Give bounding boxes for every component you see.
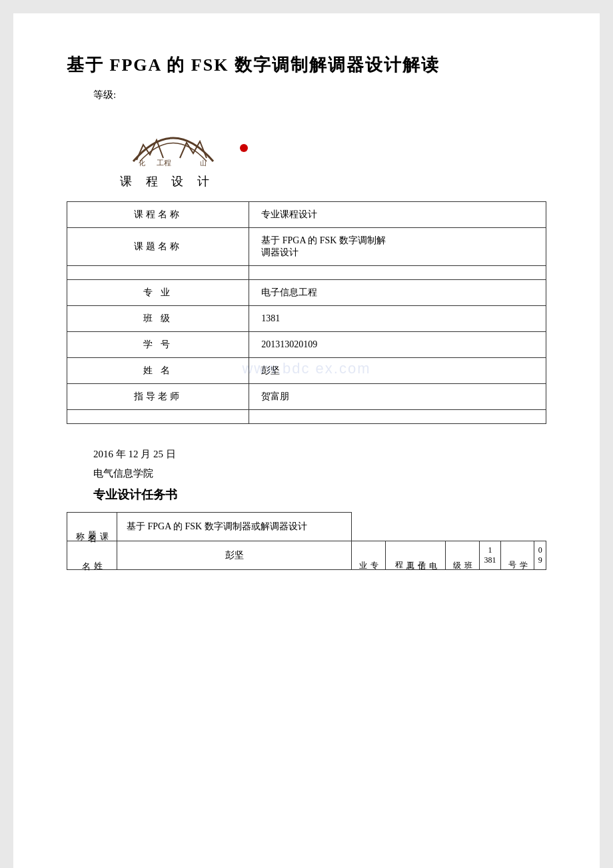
table-row: 班 级 1381 bbox=[67, 306, 546, 332]
row-label: 课程名称 bbox=[67, 202, 249, 228]
topic-label: 课题名称 bbox=[67, 513, 117, 541]
class-value: 1381 bbox=[480, 541, 501, 570]
row-label: 学 号 bbox=[67, 332, 249, 358]
table-row: 姓 名 彭坚 bbox=[67, 358, 546, 384]
row-value: 201313020109 bbox=[249, 332, 546, 358]
major-value: 电子信息工程 bbox=[385, 541, 446, 570]
document-page: 基于 FPGA 的 FSK 数字调制解调器设计解读 等级: 工程 化 山 课 程… bbox=[13, 13, 600, 868]
course-design-label: 课 程 设 计 bbox=[120, 173, 546, 189]
class-label: 班级 bbox=[446, 541, 480, 570]
name-label: 姓名 bbox=[67, 541, 117, 570]
row-label: 班 级 bbox=[67, 306, 249, 332]
red-stamp-dot bbox=[240, 144, 248, 152]
name-value: 彭坚 bbox=[117, 541, 352, 570]
row-label: 姓 名 bbox=[67, 358, 249, 384]
topic-row: 课题名称 基于 FPGA 的 FSK 数字调制器或解调器设计 bbox=[67, 513, 546, 541]
table-row: 课题名称 基于 FPGA 的 FSK 数字调制解调器设计 bbox=[67, 228, 546, 266]
topic-content: 基于 FPGA 的 FSK 数字调制器或解调器设计 bbox=[117, 513, 352, 541]
row-label: 课题名称 bbox=[67, 228, 249, 266]
row-value: 专业课程设计 bbox=[249, 202, 546, 228]
student-id-value: 09 bbox=[534, 541, 546, 570]
row-value: 1381 bbox=[249, 306, 546, 332]
row-value: 彭坚 bbox=[249, 358, 546, 384]
table-row: 专 业 电子信息工程 bbox=[67, 280, 546, 306]
svg-text:山: 山 bbox=[200, 159, 207, 167]
svg-text:化: 化 bbox=[139, 159, 145, 167]
date-line: 2016 年 12 月 25 日 bbox=[93, 448, 546, 461]
task-table: 课题名称 基于 FPGA 的 FSK 数字调制器或解调器设计 姓名 彭坚 专业 … bbox=[67, 512, 546, 570]
table-row: 课程名称 专业课程设计 bbox=[67, 202, 546, 228]
school-logo: 工程 化 山 bbox=[120, 121, 227, 168]
row-value: 基于 FPGA 的 FSK 数字调制解调器设计 bbox=[249, 228, 546, 266]
grade-label: 等级: bbox=[93, 89, 546, 101]
table-row-empty bbox=[67, 410, 546, 424]
svg-text:工程: 工程 bbox=[157, 159, 171, 167]
task-title: 专业设计任务书 bbox=[93, 487, 546, 503]
student-id-label: 学号 bbox=[500, 541, 534, 570]
info-table: 课程名称 专业课程设计 课题名称 基于 FPGA 的 FSK 数字调制解调器设计… bbox=[67, 201, 546, 424]
table-row: 学 号 201313020109 bbox=[67, 332, 546, 358]
row-value: 贺富朋 bbox=[249, 384, 546, 410]
college-line: 电气信息学院 bbox=[93, 467, 546, 480]
row-value: 电子信息工程 bbox=[249, 280, 546, 306]
student-info-row: 姓名 彭坚 专业 电子信息工程 班级 1381 学号 09 bbox=[67, 541, 546, 570]
row-label: 指导老师 bbox=[67, 384, 249, 410]
logo-area: 工程 化 山 bbox=[120, 121, 546, 168]
table-row-empty bbox=[67, 266, 546, 280]
main-title: 基于 FPGA 的 FSK 数字调制解调器设计解读 bbox=[67, 53, 546, 77]
major-label: 专业 bbox=[352, 541, 386, 570]
table-row: 指导老师 贺富朋 bbox=[67, 384, 546, 410]
row-label: 专 业 bbox=[67, 280, 249, 306]
